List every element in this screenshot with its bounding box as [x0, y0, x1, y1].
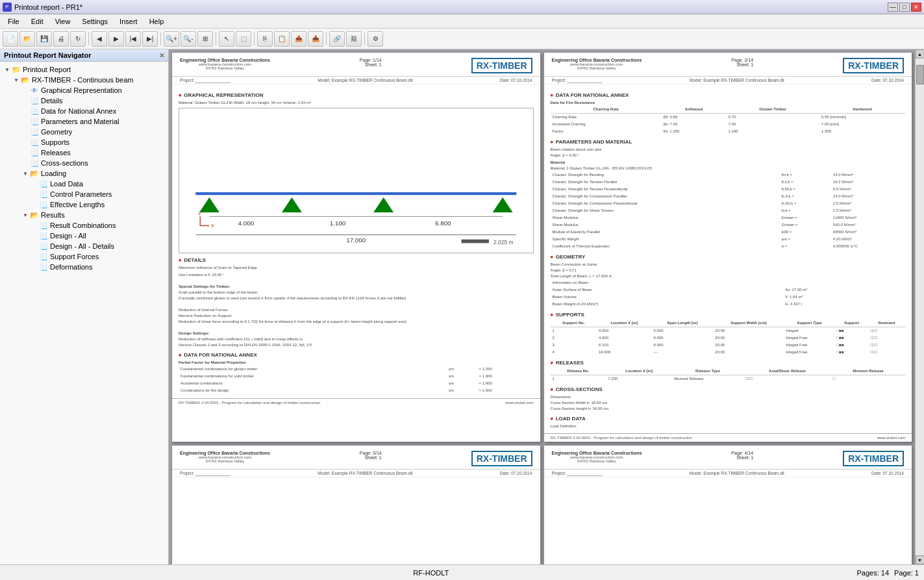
tree-results[interactable]: ▼ 📂 Results — [0, 210, 168, 220]
page3-header: Engineering Office Bavaria Constructions… — [172, 446, 540, 470]
tree-root[interactable]: ▼ 📁 Printout Report — [0, 64, 168, 75]
close-button[interactable]: ✕ — [911, 3, 921, 12]
tree-effective-lengths[interactable]: 📃 Effective Lengths — [0, 199, 168, 210]
page-grid: Engineering Office Bavaria Constructions… — [171, 52, 912, 564]
open-button[interactable]: 📂 — [19, 31, 35, 47]
status-pages: Pages: 14 — [857, 569, 890, 577]
scroll-down-button[interactable]: ▼ — [916, 555, 925, 564]
scroll-up-button[interactable]: ▲ — [916, 49, 925, 58]
page2-header: Engineering Office Bavaria Constructions… — [544, 53, 912, 77]
back-button[interactable]: ◀ — [92, 31, 107, 47]
tree-deformations-label: Deformations — [50, 263, 92, 271]
menu-edit[interactable]: Edit — [26, 16, 49, 27]
page4-logo: RX-TIMBER — [843, 451, 904, 466]
tree-control-params[interactable]: 📃 Control Parameters — [0, 189, 168, 199]
page1-logo: RX-TIMBER — [471, 58, 532, 73]
tree-results-label: Results — [41, 211, 65, 219]
minimize-button[interactable]: — — [888, 3, 898, 12]
tree-deformations[interactable]: 📃 Deformations — [0, 262, 168, 272]
new-button[interactable]: 📄 — [3, 31, 18, 47]
national-table: Fundamental combinations for glulam timb… — [179, 366, 534, 394]
refresh-button[interactable]: ↻ — [70, 31, 86, 47]
doc-icon-releases: 📃 — [30, 148, 39, 157]
doc-icon-params: 📃 — [30, 117, 39, 126]
cursor-button[interactable]: ↖ — [219, 31, 234, 47]
save-button[interactable]: 💾 — [36, 31, 52, 47]
tree-details[interactable]: 📃 Details — [0, 95, 168, 106]
section-national2: DATA FOR NATIONAL ANNEX — [551, 92, 906, 98]
settings-icon-button[interactable]: ⚙ — [368, 31, 383, 47]
export-button[interactable]: 📤 — [291, 31, 306, 47]
tree-result-combinations[interactable]: 📃 Result Combinations — [0, 220, 168, 231]
title-bar: P Printout report - PR1* — □ ✕ — [0, 0, 924, 14]
national-annex-content: Partial Factor for Material Properties F… — [179, 360, 534, 394]
window-controls[interactable]: — □ ✕ — [888, 3, 921, 12]
doc-icon-details: 📃 — [30, 96, 39, 105]
tree-supports[interactable]: 📃 Supports — [0, 137, 168, 147]
svg-text:1.100: 1.100 — [330, 220, 346, 227]
beam-svg: 4.000 1.100 6.800 17.000 x z — [182, 111, 531, 249]
forward-button[interactable]: ▶ — [108, 31, 124, 47]
panel-header: Printout Report Navigator ✕ — [0, 49, 168, 62]
tree-parameters[interactable]: 📃 Parameters and Material — [0, 116, 168, 127]
paste-button[interactable]: 📋 — [274, 31, 290, 47]
tree-support-forces[interactable]: 📃 Support Forces — [0, 251, 168, 262]
menu-view[interactable]: View — [50, 16, 76, 27]
tree-rxtimber[interactable]: ▼ 📂 RX-TIMBER - Continuous beam — [0, 75, 168, 85]
geometry-content: Beam Connection at Joints Angle: β = 0 [… — [551, 262, 906, 308]
separator2 — [160, 32, 161, 45]
tree-design-all[interactable]: 📃 Design - All — [0, 231, 168, 241]
menu-bar: File Edit View Settings Insert Help — [0, 14, 924, 29]
panel-close-button[interactable]: ✕ — [159, 52, 164, 59]
page3-pagenum: Page: 3/14 Sheet: 1 — [360, 451, 382, 460]
svg-text:x: x — [211, 222, 214, 229]
page1-material-line: Material: Glulam Timber GL24h Width: 18 … — [179, 100, 534, 106]
tree-geometry[interactable]: 📃 Geometry — [0, 127, 168, 137]
section-details: DETAILS — [179, 257, 534, 263]
tree-loading[interactable]: ▼ 📂 Loading — [0, 168, 168, 179]
section-loaddata2: LOAD DATA — [551, 416, 906, 422]
root-folder-icon: 📁 — [12, 65, 21, 74]
tree-national-annex[interactable]: 📃 Data for National Annex — [0, 106, 168, 116]
link-button[interactable]: 🔗 — [329, 31, 345, 47]
zoom-in-button[interactable]: 🔍+ — [164, 31, 179, 47]
tree-graphical[interactable]: 👁 Graphical Representation — [0, 85, 168, 95]
section-supports2: SUPPORTS — [551, 312, 906, 318]
maximize-button[interactable]: □ — [899, 3, 910, 12]
print-button[interactable]: 🖨 — [53, 31, 69, 47]
svg-rect-18 — [462, 240, 489, 244]
menu-help[interactable]: Help — [144, 16, 169, 27]
page1-footer-left: RX-TIMBER 2.04.0003 - Program for calcul… — [179, 401, 320, 405]
scroll-thumb[interactable] — [916, 65, 924, 84]
vertical-scrollbar[interactable]: ▲ ▼ — [915, 49, 924, 564]
tree-design-all-details[interactable]: 📃 Design - All - Details — [0, 241, 168, 251]
tree-load-data[interactable]: 📃 Load Data — [0, 179, 168, 189]
tree-releases[interactable]: 📃 Releases — [0, 147, 168, 158]
first-button[interactable]: |◀ — [125, 31, 141, 47]
page-3: Engineering Office Bavaria Constructions… — [171, 445, 541, 564]
tree-details-label: Details — [41, 97, 63, 105]
panel-title: Printout Report Navigator — [4, 51, 91, 59]
loading-expand-icon: ▼ — [21, 169, 30, 178]
loading-folder-icon: 📂 — [30, 169, 39, 178]
menu-settings[interactable]: Settings — [77, 16, 113, 27]
page2-national-content: Data for Fire Resistance Charring RateSo… — [551, 100, 906, 135]
doc-icon-support-forces: 📃 — [39, 252, 48, 261]
menu-file[interactable]: File — [3, 16, 25, 27]
scroll-track[interactable] — [916, 58, 924, 555]
copy-button[interactable]: ⎘ — [257, 31, 273, 47]
doc-icon-deformations: 📃 — [39, 262, 48, 271]
page1-project: Project: _______________ Model: Example … — [172, 77, 540, 84]
zoom-out-button[interactable]: 🔍- — [181, 31, 196, 47]
page4-project: Project: _______________ Model: Example … — [544, 470, 912, 477]
last-button[interactable]: ▶| — [142, 31, 158, 47]
zoom-fit-button[interactable]: ⊞ — [197, 31, 213, 47]
unlink-button[interactable]: ⛓ — [346, 31, 362, 47]
tree-geometry-label: Geometry — [41, 128, 72, 136]
content-area[interactable]: Engineering Office Bavaria Constructions… — [169, 49, 915, 564]
page3-logo: RX-TIMBER — [471, 451, 532, 466]
import-button[interactable]: 📥 — [308, 31, 323, 47]
select-button[interactable]: ⬚ — [236, 31, 251, 47]
tree-cross-sections[interactable]: 📃 Cross-sections — [0, 158, 168, 168]
menu-insert[interactable]: Insert — [114, 16, 143, 27]
